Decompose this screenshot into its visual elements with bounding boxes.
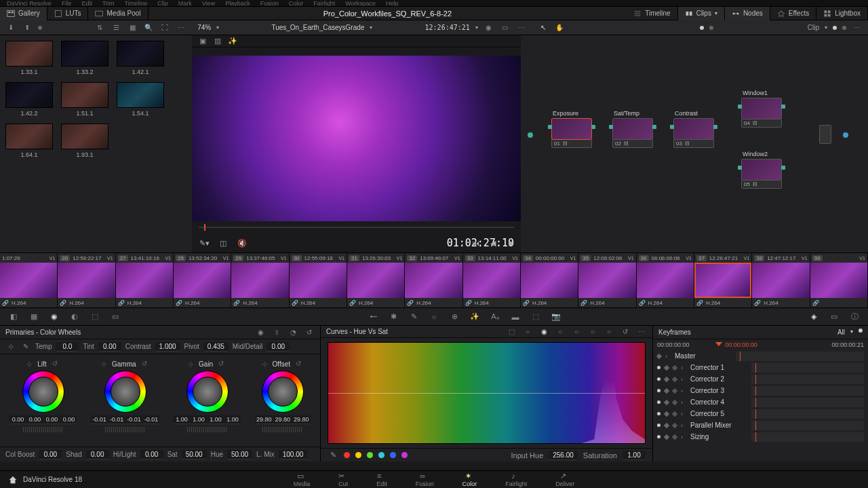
clip-thumb[interactable] bbox=[752, 263, 809, 298]
kf-enable-dot[interactable] bbox=[657, 435, 660, 438]
timeline-clip[interactable]: 2612:58:22:17V1 🔗H.264 bbox=[58, 253, 115, 307]
wheel-jog[interactable] bbox=[105, 427, 146, 432]
timeline-clip[interactable]: 2813:52:34:20V1 🔗H.264 bbox=[174, 253, 231, 307]
custom-curve-icon[interactable]: ⬚ bbox=[506, 326, 517, 337]
expand-icon[interactable]: › bbox=[681, 399, 686, 406]
node-thumb[interactable] bbox=[551, 118, 592, 140]
menu-fairlight[interactable]: Fairlight bbox=[313, 0, 335, 7]
timeline-toggle[interactable]: Timeline bbox=[627, 7, 677, 20]
kf-track[interactable] bbox=[751, 421, 864, 430]
tint-value[interactable]: 0.00 bbox=[98, 342, 121, 352]
more-icon[interactable]: ⋯ bbox=[176, 22, 186, 33]
node-output-port[interactable] bbox=[781, 166, 785, 170]
expand-icon[interactable]: ⛶ bbox=[159, 22, 170, 33]
inputhue-value[interactable]: 256.00 bbox=[549, 451, 578, 460]
keyframe-diamond-icon[interactable] bbox=[664, 376, 669, 381]
hvs-icon[interactable]: ◉ bbox=[538, 326, 549, 337]
lvs-icon[interactable]: ○ bbox=[571, 326, 582, 337]
clip-thumb[interactable] bbox=[231, 263, 288, 298]
hue-preset-dot[interactable] bbox=[378, 452, 384, 458]
gallery-still[interactable] bbox=[61, 41, 108, 67]
gallery-still[interactable] bbox=[61, 82, 108, 108]
wheel-reset-icon[interactable]: ↺ bbox=[52, 360, 60, 368]
camera-raw-icon[interactable]: ◧ bbox=[8, 312, 19, 322]
curves-icon[interactable]: ⬳ bbox=[368, 312, 378, 322]
mode-dot-a[interactable] bbox=[833, 26, 837, 30]
hvl-icon[interactable]: ○ bbox=[555, 326, 566, 337]
mute-icon[interactable]: 🔇 bbox=[237, 238, 248, 248]
hvh-icon[interactable]: ○ bbox=[522, 326, 533, 337]
curves-more-icon[interactable]: ⋯ bbox=[636, 326, 647, 337]
kf-enable-dot[interactable] bbox=[657, 389, 660, 392]
kf-track[interactable] bbox=[736, 352, 864, 361]
sort-icon[interactable]: ⇅ bbox=[94, 22, 105, 33]
keyframe-diamond2-icon[interactable] bbox=[672, 376, 677, 381]
hue-value[interactable]: 50.00 bbox=[227, 450, 252, 459]
keyframe-row[interactable]: › Corrector 3 bbox=[653, 385, 868, 396]
record-dot-icon[interactable] bbox=[38, 26, 42, 30]
page-deliver[interactable]: ↗Deliver bbox=[551, 472, 578, 487]
clip-thumb[interactable] bbox=[405, 263, 462, 298]
svs-icon[interactable]: ○ bbox=[587, 326, 598, 337]
node-thumb[interactable] bbox=[673, 118, 714, 140]
color-node[interactable]: Contrast 03 ⊟ bbox=[673, 110, 714, 148]
kf-enable-dot[interactable] bbox=[657, 377, 660, 381]
playhead-icon[interactable] bbox=[204, 224, 205, 231]
gallery-still[interactable] bbox=[5, 41, 53, 67]
page-media[interactable]: ▭Media bbox=[290, 472, 315, 487]
keyframe-diamond2-icon[interactable] bbox=[672, 364, 677, 370]
gallery-still[interactable] bbox=[117, 82, 164, 108]
curves-reset-icon[interactable]: ↺ bbox=[620, 326, 631, 337]
timeline-clip[interactable]: 3213:09:46:07V1 🔗H.264 bbox=[405, 253, 462, 307]
reset-all-icon[interactable]: ↺ bbox=[304, 327, 315, 338]
page-cut[interactable]: ✂Cut bbox=[334, 472, 352, 487]
menu-app[interactable]: DaVinci Resolve bbox=[7, 0, 52, 7]
clip-thumb[interactable] bbox=[116, 263, 173, 298]
node-graph[interactable]: Exposure 01 ⊟ Sat/Temp 02 ⊟ Contrast 03 … bbox=[521, 35, 868, 252]
clip-thumb[interactable] bbox=[174, 263, 231, 298]
motion-icon[interactable]: ▭ bbox=[110, 312, 121, 322]
wheel-adjust-icon[interactable]: ⊹ bbox=[262, 360, 267, 368]
keyframe-diamond-icon[interactable] bbox=[664, 399, 669, 405]
gallery-still[interactable] bbox=[61, 124, 108, 149]
grid-icon[interactable]: ▦ bbox=[127, 22, 138, 33]
menu-playback[interactable]: Playback bbox=[225, 0, 250, 7]
effects-toggle[interactable]: Effects bbox=[770, 7, 816, 20]
menu-color[interactable]: Color bbox=[289, 0, 304, 7]
wheel-jog[interactable] bbox=[187, 427, 228, 432]
timeline-clip[interactable]: 3512:08:02:06V1 🔗H.264 bbox=[578, 253, 636, 307]
pivot-value[interactable]: 0.435 bbox=[203, 342, 229, 352]
menu-trim[interactable]: Trim bbox=[102, 0, 115, 7]
color-wheel-lift[interactable] bbox=[22, 371, 64, 413]
expand-icon[interactable]: › bbox=[681, 434, 686, 440]
timeline-clip[interactable]: 2913:37:46:05V1 🔗H.264 bbox=[231, 253, 289, 307]
timeline-clip[interactable]: 3812:47:12:17V1 🔗H.264 bbox=[752, 253, 810, 307]
clip-thumb[interactable] bbox=[290, 263, 347, 298]
expand-icon[interactable]: › bbox=[681, 422, 686, 429]
node-dot-a[interactable] bbox=[700, 26, 704, 30]
keyframe-diamond-icon[interactable] bbox=[664, 422, 669, 428]
export-icon[interactable]: ⬆ bbox=[22, 22, 33, 33]
node-input-port[interactable] bbox=[548, 125, 552, 129]
node-thumb[interactable] bbox=[741, 98, 782, 119]
hue-preset-dot[interactable] bbox=[355, 452, 361, 458]
hand-tool-icon[interactable]: ✋ bbox=[554, 22, 565, 33]
bsm-icon[interactable]: Aₐ bbox=[490, 312, 500, 322]
clip-thumb[interactable] bbox=[463, 263, 520, 298]
rgbmixer-icon[interactable]: ⬚ bbox=[90, 312, 100, 322]
hue-vs-sat-graph[interactable] bbox=[328, 342, 646, 444]
kf-track[interactable] bbox=[751, 432, 864, 442]
node-output-port[interactable] bbox=[781, 105, 785, 109]
menu-edit[interactable]: Edit bbox=[81, 0, 92, 7]
menu-timeline[interactable]: Timeline bbox=[125, 0, 148, 7]
kf-playhead-icon[interactable] bbox=[715, 342, 722, 348]
menu-fusion[interactable]: Fusion bbox=[260, 0, 279, 7]
kf-track[interactable] bbox=[751, 386, 864, 396]
warper-icon[interactable]: ✱ bbox=[388, 312, 399, 322]
kf-enable-dot[interactable] bbox=[657, 366, 660, 369]
hue-preset-dot[interactable] bbox=[344, 452, 350, 458]
viewer-image[interactable] bbox=[192, 56, 521, 221]
step-back-icon[interactable]: ◀ bbox=[488, 238, 498, 248]
menu-help[interactable]: Help bbox=[386, 0, 399, 7]
kf-track[interactable] bbox=[751, 375, 864, 384]
